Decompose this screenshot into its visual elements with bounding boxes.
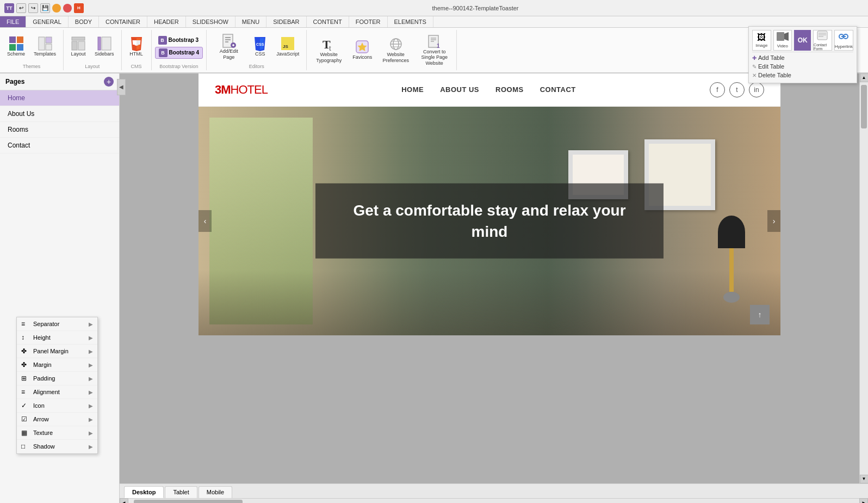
social-twitter[interactable]: t [729, 82, 745, 97]
convert-single-page-button[interactable]: 1 Convert to Single Page Website [416, 32, 453, 69]
website-typography-button[interactable]: T t Website Typography [310, 34, 348, 66]
insert-image-button[interactable]: 🖼 Image [752, 30, 771, 51]
svg-rect-46 [817, 31, 827, 40]
ctx-separator-label: Separator [33, 321, 59, 327]
title-bar-tools: TT ↩ ↪ 💾 H [4, 3, 84, 13]
hero-next-button[interactable]: › [767, 210, 780, 232]
tab-sidebar[interactable]: SIDEBAR [266, 16, 306, 27]
contact-form-button[interactable]: Contact Form [813, 30, 832, 51]
ctx-panel-margin[interactable]: ✤ Panel Margin ▶ [17, 345, 97, 358]
svg-rect-44 [777, 32, 784, 41]
tab-container[interactable]: CONTAINER [99, 16, 147, 27]
ribbon-group-website: T t Website Typography Favicons [307, 30, 457, 70]
texture-icon: ▦ [21, 429, 30, 437]
nav-contact[interactable]: CONTACT [540, 85, 576, 94]
collapse-panel-button[interactable]: ◀ [117, 79, 126, 95]
nav-about[interactable]: ABOUT US [440, 85, 479, 94]
page-item-home[interactable]: Home [0, 90, 119, 106]
edit-table-button[interactable]: ✎ Edit Table [752, 62, 853, 71]
tab-general[interactable]: GENERAL [26, 16, 69, 27]
css-button[interactable]: CSS CSS [249, 34, 271, 59]
undo-button[interactable]: ↩ [16, 3, 26, 13]
javascript-label: JavaScript [276, 51, 299, 57]
ctx-padding[interactable]: ⊞ Padding ▶ [17, 372, 97, 385]
bootstrap4-button[interactable]: B Bootstrap 4 [155, 47, 203, 59]
hero-prev-button[interactable]: ‹ [199, 210, 212, 232]
ctx-separator-left: ≡ Separator [21, 320, 59, 328]
height-icon: ↕ [21, 334, 30, 341]
templates-button[interactable]: Templates [30, 34, 60, 59]
nav-rooms[interactable]: ROOMS [495, 85, 524, 94]
tt-button[interactable]: TT [4, 3, 14, 13]
ctx-height-left: ↕ Height [21, 334, 51, 341]
ctx-margin-left: ✤ Margin [21, 361, 52, 369]
social-facebook[interactable]: f [710, 82, 725, 97]
bs4-label: Bootstrap 4 [169, 50, 200, 56]
tab-file[interactable]: FILE [0, 16, 26, 27]
hyperlink-icon [838, 32, 849, 44]
scroll-down-button[interactable]: ▼ [860, 475, 869, 483]
logo-suffix: HOTEL [231, 83, 268, 96]
page-item-contact[interactable]: Contact [0, 138, 119, 154]
ctx-texture[interactable]: ▦ Texture ▶ [17, 426, 97, 440]
tab-desktop[interactable]: Desktop [124, 486, 164, 498]
scroll-track [860, 82, 868, 475]
svg-marker-45 [784, 32, 789, 41]
ctx-height-arrow: ▶ [89, 335, 93, 341]
tab-content[interactable]: CONTENT [307, 16, 349, 27]
add-page-button[interactable]: + [104, 77, 114, 87]
ctx-height[interactable]: ↕ Height ▶ [17, 331, 97, 345]
javascript-button[interactable]: JS JavaScript [272, 34, 303, 59]
insert-video-button[interactable]: Video [773, 30, 792, 51]
ctx-alignment[interactable]: ≡ Alignment ▶ [17, 385, 97, 399]
tab-slideshow[interactable]: SLIDESHOW [186, 16, 235, 27]
tab-elements[interactable]: ELEMENTS [388, 16, 433, 27]
scroll-top-button[interactable]: ↑ [750, 305, 770, 324]
page-item-rooms[interactable]: Rooms [0, 122, 119, 138]
sidebars-button[interactable]: Sidebars [91, 34, 118, 59]
tab-tablet[interactable]: Tablet [165, 486, 197, 498]
ctx-icon[interactable]: ✓ Icon ▶ [17, 399, 97, 413]
html-button[interactable]: H [74, 3, 84, 13]
tab-header[interactable]: HEADER [147, 16, 186, 27]
tab-mobile[interactable]: Mobile [199, 486, 232, 498]
ctx-arrow[interactable]: ☑ Arrow ▶ [17, 413, 97, 426]
favicons-label: Favicons [352, 54, 372, 60]
panel-margin-icon: ✤ [21, 347, 30, 355]
scroll-thumb[interactable] [861, 85, 867, 128]
delete-table-button[interactable]: ✕ Delete Table [752, 71, 853, 79]
h-scroll-thumb[interactable] [134, 500, 243, 503]
page-item-about[interactable]: About Us [0, 106, 119, 122]
ctx-shadow[interactable]: □ Shadow ▶ [17, 440, 97, 453]
ribbon-tabs: FILE GENERAL BODY CONTAINER HEADER SLIDE… [0, 16, 868, 28]
tab-footer[interactable]: FOOTER [349, 16, 388, 27]
scroll-right-button[interactable]: ► [859, 498, 868, 503]
hyperlink-button[interactable]: Hyperlink [834, 30, 853, 51]
layout-button[interactable]: Layout [67, 34, 90, 59]
add-edit-page-button[interactable]: Add/Edit Page [210, 31, 247, 63]
ctx-separator[interactable]: ≡ Separator ▶ [17, 317, 97, 331]
bootstrap-group-inner: B Bootstrap 3 B Bootstrap 4 [155, 35, 203, 59]
layout-icon [71, 36, 86, 51]
ribbon-group-themes: Scheme Templates Themes [0, 30, 64, 70]
orange-indicator[interactable] [52, 4, 61, 13]
add-table-button[interactable]: ✚ Add Table [752, 53, 853, 62]
tab-body[interactable]: BODY [69, 16, 99, 27]
context-menu: ≡ Separator ▶ ↕ Height ▶ ✤ Panel Margin … [16, 317, 98, 454]
red-indicator[interactable] [63, 4, 72, 13]
scheme-button[interactable]: Scheme [3, 34, 29, 59]
scroll-left-button[interactable]: ◄ [120, 498, 128, 503]
social-instagram[interactable]: in [749, 82, 764, 97]
ctx-margin[interactable]: ✤ Margin ▶ [17, 358, 97, 372]
ok-button[interactable]: OK [794, 30, 811, 51]
favicons-button[interactable]: Favicons [349, 37, 376, 63]
tab-menu[interactable]: MENU [235, 16, 266, 27]
nav-home[interactable]: HOME [401, 85, 424, 94]
save-button[interactable]: 💾 [40, 3, 50, 13]
bootstrap3-button[interactable]: B Bootstrap 3 [155, 35, 203, 46]
html-ribbon-button[interactable]: HTML [125, 34, 148, 59]
scroll-up-button[interactable]: ▲ [860, 73, 869, 82]
website-preferences-button[interactable]: Website Preferences [377, 34, 414, 66]
alignment-icon: ≡ [21, 388, 30, 396]
redo-button[interactable]: ↪ [28, 3, 38, 13]
